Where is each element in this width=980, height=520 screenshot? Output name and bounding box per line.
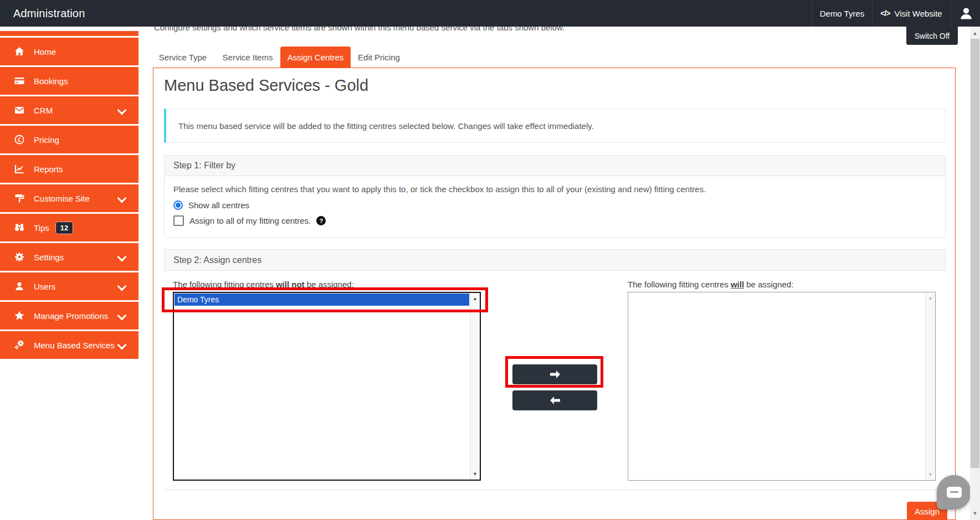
chevron-down-icon [117,341,127,350]
home-icon [13,46,25,57]
switch-off-button[interactable]: Switch Off [906,27,958,45]
chevron-down-icon [117,106,127,115]
sidebar-top-strip [0,31,138,36]
gear-icon [13,251,25,262]
radio-selected-dot [176,203,181,208]
assigned-list-label: The following fitting centres will be as… [628,280,793,289]
scroll-down-icon[interactable]: ▼ [470,470,480,478]
tab-service-items[interactable]: Service Items [214,47,281,68]
assign-all-centres-label: Assign to all of my fitting centres. [189,216,311,225]
sidebar-item-tips[interactable]: Tips 12 [0,214,138,241]
sidebar-item-bookings[interactable]: Bookings [0,67,138,95]
pound-circle-icon: £ [13,134,25,145]
assign-all-centres-checkbox[interactable] [173,215,184,226]
step2-header: Step 2: Assign centres [164,249,946,271]
code-icon: </> [880,9,890,18]
question-circle-icon[interactable]: ? [316,216,326,225]
scroll-down-icon[interactable]: ▼ [970,509,980,518]
sidebar-item-reports[interactable]: Reports [0,155,138,183]
show-all-centres-label: Show all centres [188,200,249,210]
sidebar-item-home[interactable]: Home [0,38,138,65]
sidebar-item-users[interactable]: Users [0,272,138,300]
step1-description: Please select which fitting centres that… [173,184,936,194]
scroll-up-icon[interactable]: ▲ [470,294,480,303]
credit-card-icon [13,75,25,86]
scroll-up-icon[interactable]: ▲ [970,29,980,38]
user-icon [13,281,25,292]
visit-website-link[interactable]: </> Visit Website [872,0,951,27]
step1-header: Step 1: Filter by [165,156,945,176]
assigned-centres-listbox[interactable]: ▲ ▼ [628,292,936,481]
chart-line-icon [13,163,25,174]
sidebar-item-menu-based-services[interactable]: Menu Based Services [0,331,138,359]
sidebar-item-pricing[interactable]: £ Pricing [0,126,138,153]
tips-count-badge: 12 [56,222,73,234]
app-title: Administration [13,0,85,27]
star-icon [13,310,25,321]
info-alert: This menu based service will be added to… [164,109,946,143]
chevron-down-icon [117,282,127,291]
chat-bubble-icon[interactable] [937,475,971,509]
envelope-icon [13,105,25,116]
step1-filter-box: Step 1: Filter by Please select which fi… [164,155,946,238]
svg-text:£: £ [18,137,21,143]
arrow-right-icon [549,370,561,379]
tab-service-type[interactable]: Service Type [150,47,216,68]
chevron-down-icon [117,253,127,262]
unassigned-list-label: The following fitting centres will not b… [173,280,354,289]
unassigned-centres-listbox[interactable]: Demo Tyres ▲ ▼ [173,292,481,481]
page-title: Menu Based Services - Gold [164,76,368,95]
gears-icon [13,339,25,351]
chevron-down-icon [117,311,127,321]
sidebar-item-settings[interactable]: Settings [0,243,138,271]
scroll-up-icon[interactable]: ▲ [926,294,935,302]
scrollbar-thumb[interactable] [971,39,979,468]
arrow-left-icon [549,396,561,405]
move-right-button[interactable] [512,364,597,384]
paint-roller-icon [13,193,25,204]
chevron-down-icon [117,194,127,203]
top-bar: Administration Demo Tyres </> Visit Webs… [0,0,980,27]
sidebar-item-manage-promotions[interactable]: Manage Promotions [0,302,138,329]
move-left-button[interactable] [512,390,597,410]
scroll-down-icon[interactable]: ▼ [926,470,935,479]
listbox-scrollbar[interactable]: ▲ ▼ [470,293,480,480]
listbox-option-selected[interactable]: Demo Tyres [175,294,469,306]
listbox-scrollbar[interactable]: ▲ ▼ [925,292,935,480]
account-name-menu[interactable]: Demo Tyres [812,0,872,27]
page-scrollbar[interactable]: ▲ ▼ [970,27,980,520]
sidebar-item-crm[interactable]: CRM [0,96,138,124]
sidebar-item-customise-site[interactable]: Customise Site [0,184,138,212]
footer-divider [164,490,946,490]
binoculars-icon [13,222,25,233]
tab-assign-centres[interactable]: Assign Centres [280,47,351,68]
tab-edit-pricing[interactable]: Edit Pricing [346,47,412,68]
show-all-centres-radio[interactable] [173,200,183,210]
user-avatar-icon[interactable] [958,6,974,21]
topbar-divider [951,0,951,27]
